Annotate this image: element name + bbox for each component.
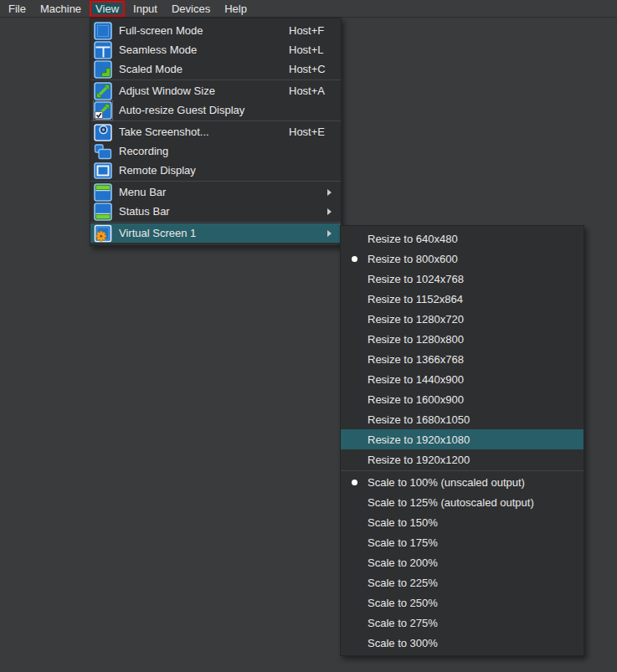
menu-item-shortcut: Host+F: [289, 24, 332, 37]
submenu-item-scale-100[interactable]: Scale to 100% (unscaled output): [341, 472, 584, 492]
submenu-item-label: Scale to 175%: [368, 536, 577, 549]
statusbar-icon: [94, 203, 112, 221]
menu-item-label: Adjust Window Size: [119, 85, 289, 97]
menu-item-label: Full-screen Mode: [119, 24, 289, 37]
menu-item-label: Virtual Screen 1: [119, 227, 324, 239]
menu-item-label: Menu Bar: [119, 186, 324, 198]
virtual-screen-icon: [94, 224, 112, 243]
submenu-item-label: Resize to 1366x768: [368, 353, 577, 366]
submenu-item-label: Resize to 1920x1080: [368, 433, 577, 446]
remote-display-icon: [94, 162, 112, 180]
submenu-arrow-icon: [327, 230, 336, 237]
menu-item-take-screenshot[interactable]: Take Screenshot... Host+E: [90, 122, 341, 141]
view-menu-panel: Full-screen Mode Host+F Seamless Mode Ho…: [90, 18, 342, 246]
adjust-window-icon: [94, 82, 112, 100]
menu-item-virtual-screen-1[interactable]: Virtual Screen 1: [90, 223, 341, 243]
submenu-item-resize-1024x768[interactable]: Resize to 1024x768: [341, 269, 584, 289]
menubar-item-file[interactable]: File: [3, 2, 32, 16]
fullscreen-icon: [94, 22, 112, 40]
menu-separator: [90, 121, 341, 121]
menubar-item-input[interactable]: Input: [127, 2, 163, 16]
scaled-icon: [94, 60, 112, 79]
menu-separator: [341, 470, 584, 471]
menu-item-label: Auto-resize Guest Display: [119, 104, 336, 116]
submenu-item-label: Resize to 1440x900: [368, 373, 577, 386]
menu-item-label: Recording: [119, 145, 336, 157]
menu-item-auto-resize-guest-display[interactable]: Auto-resize Guest Display: [90, 100, 341, 120]
menu-item-menu-bar[interactable]: Menu Bar: [90, 182, 341, 202]
menubar-item-help[interactable]: Help: [219, 2, 253, 16]
menu-separator: [90, 181, 341, 182]
menu-item-status-bar[interactable]: Status Bar: [90, 202, 341, 221]
submenu-item-scale-175[interactable]: Scale to 175%: [341, 532, 584, 552]
virtual-screen-1-submenu-panel: Resize to 640x480 Resize to 800x600 Resi…: [340, 225, 584, 656]
submenu-item-label: Resize to 1680x1050: [368, 413, 577, 426]
menu-item-seamless-mode[interactable]: Seamless Mode Host+L: [90, 40, 341, 59]
submenu-item-label: Scale to 225%: [368, 577, 577, 589]
submenu-item-label: Scale to 275%: [368, 617, 577, 629]
menu-item-shortcut: Host+C: [289, 63, 332, 75]
submenu-item-scale-300[interactable]: Scale to 300%: [341, 633, 584, 653]
submenu-arrow-icon: [327, 208, 336, 215]
menu-item-label: Remote Display: [119, 164, 336, 177]
submenu-item-scale-125[interactable]: Scale to 125% (autoscaled output): [341, 492, 584, 512]
submenu-item-scale-150[interactable]: Scale to 150%: [341, 512, 584, 532]
submenu-item-label: Resize to 1152x864: [368, 293, 577, 305]
menubar-item-machine[interactable]: Machine: [34, 2, 87, 16]
submenu-item-label: Scale to 250%: [368, 597, 577, 609]
submenu-item-label: Scale to 300%: [368, 637, 577, 649]
menubar-item-devices[interactable]: Devices: [166, 2, 216, 16]
submenu-item-label: Resize to 640x480: [368, 233, 577, 245]
submenu-item-label: Scale to 100% (unscaled output): [368, 476, 577, 489]
menu-item-shortcut: Host+E: [289, 126, 332, 138]
submenu-item-resize-1440x900[interactable]: Resize to 1440x900: [341, 369, 584, 389]
menu-item-full-screen-mode[interactable]: Full-screen Mode Host+F: [90, 21, 341, 40]
menu-item-shortcut: Host+A: [289, 85, 332, 97]
submenu-item-scale-275[interactable]: Scale to 275%: [341, 613, 584, 633]
submenu-item-label: Scale to 150%: [368, 516, 577, 529]
submenu-item-resize-800x600[interactable]: Resize to 800x600: [341, 249, 584, 269]
submenu-item-scale-250[interactable]: Scale to 250%: [341, 592, 584, 613]
radio-selected-icon: [341, 256, 368, 262]
menubar-icon: [94, 183, 112, 202]
submenu-item-label: Resize to 1280x720: [368, 313, 577, 326]
menu-item-label: Take Screenshot...: [119, 126, 289, 138]
submenu-item-scale-225[interactable]: Scale to 225%: [341, 572, 584, 592]
submenu-arrow-icon: [327, 189, 336, 196]
seamless-icon: [94, 41, 112, 59]
menu-bar: File Machine View Input Devices Help: [0, 0, 617, 18]
menu-item-scaled-mode[interactable]: Scaled Mode Host+C: [90, 59, 341, 79]
submenu-item-resize-1600x900[interactable]: Resize to 1600x900: [341, 389, 584, 409]
menu-item-shortcut: Host+L: [289, 44, 332, 56]
submenu-item-resize-1920x1080[interactable]: Resize to 1920x1080: [341, 429, 584, 449]
menu-item-label: Seamless Mode: [119, 44, 289, 56]
recording-icon: [94, 142, 112, 161]
menu-separator: [90, 222, 341, 223]
submenu-item-resize-1280x800[interactable]: Resize to 1280x800: [341, 329, 584, 349]
menu-item-recording[interactable]: Recording: [90, 141, 341, 161]
submenu-item-scale-200[interactable]: Scale to 200%: [341, 552, 584, 572]
submenu-item-label: Resize to 1920x1200: [368, 454, 577, 466]
submenu-item-resize-1920x1200[interactable]: Resize to 1920x1200: [341, 449, 584, 469]
submenu-item-resize-1680x1050[interactable]: Resize to 1680x1050: [341, 409, 584, 429]
submenu-item-label: Scale to 200%: [368, 557, 577, 569]
submenu-item-resize-1152x864[interactable]: Resize to 1152x864: [341, 289, 584, 309]
menu-separator: [90, 80, 341, 80]
submenu-item-resize-1366x768[interactable]: Resize to 1366x768: [341, 349, 584, 369]
menu-item-adjust-window-size[interactable]: Adjust Window Size Host+A: [90, 81, 341, 100]
submenu-item-resize-640x480[interactable]: Resize to 640x480: [341, 228, 584, 249]
menu-item-label: Scaled Mode: [119, 63, 289, 75]
menu-item-remote-display[interactable]: Remote Display: [90, 161, 341, 180]
menubar-item-view[interactable]: View: [90, 1, 125, 17]
submenu-item-label: Scale to 125% (autoscaled output): [368, 496, 577, 509]
autoresize-icon: [94, 101, 112, 120]
submenu-item-label: Resize to 1600x900: [368, 393, 577, 406]
submenu-item-label: Resize to 1024x768: [368, 273, 577, 285]
radio-selected-icon: [341, 480, 368, 485]
screenshot-icon: [94, 123, 112, 141]
submenu-item-label: Resize to 1280x800: [368, 333, 577, 346]
menu-item-label: Status Bar: [119, 205, 324, 218]
submenu-item-resize-1280x720[interactable]: Resize to 1280x720: [341, 309, 584, 329]
submenu-item-label: Resize to 800x600: [368, 253, 577, 265]
